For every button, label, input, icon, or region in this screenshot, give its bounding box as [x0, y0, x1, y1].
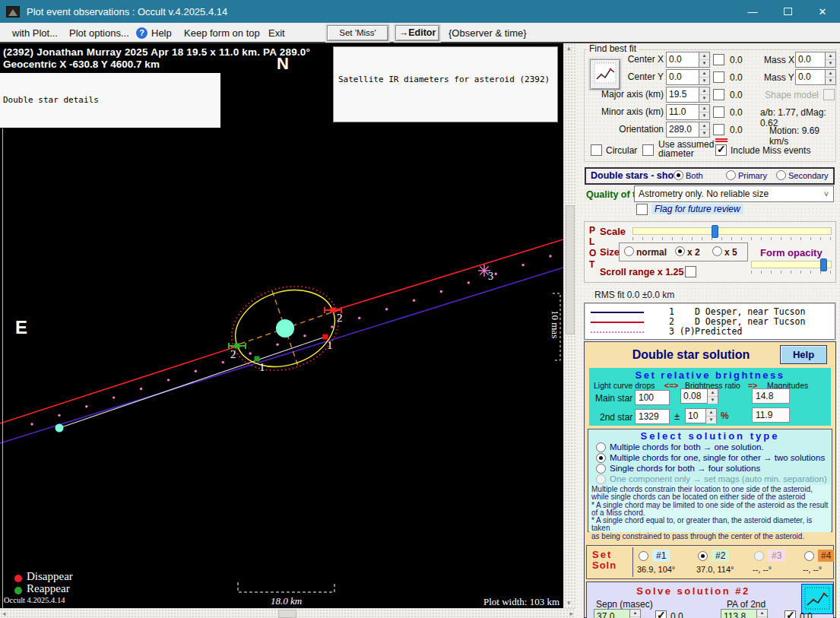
soln-3-radio[interactable]	[754, 551, 764, 561]
spin-down-icon[interactable]: ▼	[706, 417, 716, 423]
flag-review-checkbox[interactable]	[636, 204, 648, 215]
scroll-down-arrow[interactable]: ▾	[567, 598, 571, 608]
spin-up-icon[interactable]: ▲	[826, 70, 835, 78]
size-normal-radio[interactable]	[624, 246, 634, 256]
spin-down-icon[interactable]: ▼	[699, 78, 709, 84]
maximize-button[interactable]	[770, 0, 805, 23]
soln-4-radio[interactable]	[804, 551, 814, 561]
predicted-dot	[222, 361, 224, 363]
scroll-range-checkbox[interactable]	[685, 266, 696, 277]
sepn-spinner[interactable]: 37.0▲▼	[594, 609, 641, 618]
menu-with-plot[interactable]: with Plot...	[12, 27, 58, 39]
opacity-slider-thumb[interactable]	[820, 258, 827, 271]
shape-model-checkbox[interactable]	[823, 89, 835, 100]
center-y-checkbox[interactable]	[713, 71, 724, 83]
menu-plot-options[interactable]: Plot options...	[69, 27, 129, 39]
spin-down-icon[interactable]: ▼	[826, 60, 835, 67]
mass-y-spinner[interactable]: 0.0▲▼	[795, 69, 836, 85]
tolerance-spinner[interactable]: 10▲▼	[685, 408, 717, 423]
scale-slider[interactable]	[632, 227, 832, 235]
spin-down-icon[interactable]: ▼	[699, 113, 709, 119]
spin-up-icon[interactable]: ▲	[699, 70, 709, 78]
assumed-diameter-checkbox[interactable]	[642, 144, 654, 156]
chevron-down-icon[interactable]: ˅	[819, 189, 833, 198]
type-option-3-radio[interactable]	[596, 464, 606, 474]
set-soln-label2: Soln	[592, 559, 617, 571]
circular-checkbox[interactable]	[591, 144, 602, 156]
center-x-checkbox[interactable]	[713, 54, 724, 65]
orientation-spinner[interactable]: 289.0▲▼	[666, 122, 710, 138]
spin-up-icon[interactable]: ▲	[699, 122, 709, 130]
type-option-1-radio[interactable]	[596, 442, 606, 452]
spin-up-icon[interactable]: ▲	[757, 610, 767, 617]
set-miss-times-button[interactable]: Set 'Miss' Times	[327, 25, 388, 41]
spin-down-icon[interactable]: ▼	[708, 397, 718, 404]
plot-title: (2392) Jonathan Murray 2025 Apr 18 19.5 …	[3, 46, 310, 58]
mass-x-spinner[interactable]: 0.0▲▼	[795, 52, 836, 68]
pa-label: PA of 2nd	[727, 599, 766, 610]
spin-up-icon[interactable]: ▲	[706, 409, 716, 417]
spin-down-icon[interactable]: ▼	[699, 60, 709, 67]
spin-down-icon[interactable]: ▼	[699, 130, 709, 137]
solve-chart-button[interactable]	[801, 584, 833, 614]
predicted-dot	[276, 344, 278, 346]
menu-exit[interactable]: Exit	[268, 27, 285, 39]
ratio-spinner[interactable]: 0.08▲▼	[680, 388, 718, 404]
editor-button[interactable]: →Editor	[395, 25, 439, 41]
minor-axis-checkbox[interactable]	[713, 106, 724, 118]
sepn-cb-label: 0.0	[670, 611, 683, 618]
spin-up-icon[interactable]: ▲	[699, 87, 709, 95]
close-button[interactable]: ✕	[805, 0, 840, 23]
plot-canvas[interactable]: 2121310 mas (2392) Jonathan Murray 2025 …	[0, 43, 563, 608]
horizontal-scrollbar[interactable]: ◂ ▸	[0, 608, 575, 618]
orientation-checkbox[interactable]	[713, 124, 724, 135]
major-axis-checkbox[interactable]	[713, 89, 724, 100]
sepn-value: 37.0	[594, 610, 629, 618]
details-line: #1 36.9 ± 0.0mas, 103.6° ± 0.0°	[3, 188, 217, 198]
major-axis-spinner[interactable]: 19.5▲▼	[666, 87, 710, 103]
menu-help[interactable]: Help	[151, 27, 172, 39]
minimize-button[interactable]: —	[735, 0, 770, 23]
type-option-2-label: Multiple chords for one, single for othe…	[610, 453, 825, 462]
spin-up-icon[interactable]: ▲	[630, 610, 640, 617]
event-marker: 1	[255, 357, 265, 374]
second-star-label: 2nd star	[600, 412, 632, 423]
scroll-left-arrow[interactable]: ◂	[2, 609, 6, 618]
size-x5-radio[interactable]	[712, 246, 722, 256]
scroll-up-arrow[interactable]: ▴	[567, 43, 571, 53]
quality-combobox[interactable]: Astrometry only. No reliable size ˅	[634, 185, 834, 202]
show-primary-radio[interactable]	[726, 170, 736, 180]
second-star-input[interactable]: 1329	[635, 409, 670, 424]
scroll-right-arrow[interactable]: ▸	[569, 609, 573, 618]
show-secondary-radio[interactable]	[776, 170, 786, 180]
spin-up-icon[interactable]: ▲	[699, 52, 709, 60]
vertical-scrollbar[interactable]: ▴ ▾	[563, 43, 575, 608]
opacity-slider[interactable]	[751, 261, 832, 268]
soln-1-radio[interactable]	[639, 551, 648, 561]
pa-checkbox[interactable]	[785, 610, 796, 618]
soln-2-radio[interactable]	[698, 551, 708, 561]
main-star-input[interactable]: 100	[635, 390, 670, 405]
help-icon[interactable]: ?	[136, 27, 147, 39]
center-y-spinner[interactable]: 0.0▲▼	[666, 69, 710, 85]
horizontal-scroll-thumb[interactable]	[278, 610, 296, 618]
note-line: as being constrained to pass through the…	[591, 533, 829, 540]
minor-axis-spinner[interactable]: 11.0▲▼	[666, 104, 710, 120]
type-option-4-radio[interactable]	[596, 474, 606, 484]
center-x-spinner[interactable]: 0.0▲▼	[666, 52, 710, 68]
help-button[interactable]: Help	[780, 345, 827, 364]
spin-up-icon[interactable]: ▲	[699, 105, 709, 113]
menu-keep-on-top[interactable]: Keep form on top	[184, 27, 260, 39]
show-both-radio[interactable]	[674, 170, 683, 180]
pa-spinner[interactable]: 113.8▲▼	[721, 609, 768, 618]
scale-slider-thumb[interactable]	[712, 225, 718, 238]
spin-up-icon[interactable]: ▲	[708, 389, 718, 397]
spin-down-icon[interactable]: ▼	[826, 78, 835, 84]
spin-down-icon[interactable]: ▼	[699, 95, 709, 102]
include-miss-checkbox[interactable]	[715, 144, 727, 156]
spin-up-icon[interactable]: ▲	[826, 52, 835, 60]
type-option-2-radio[interactable]	[596, 453, 606, 463]
sepn-checkbox[interactable]	[655, 610, 667, 618]
size-x2-radio[interactable]	[675, 246, 685, 256]
vertical-scroll-thumb[interactable]	[566, 205, 575, 334]
